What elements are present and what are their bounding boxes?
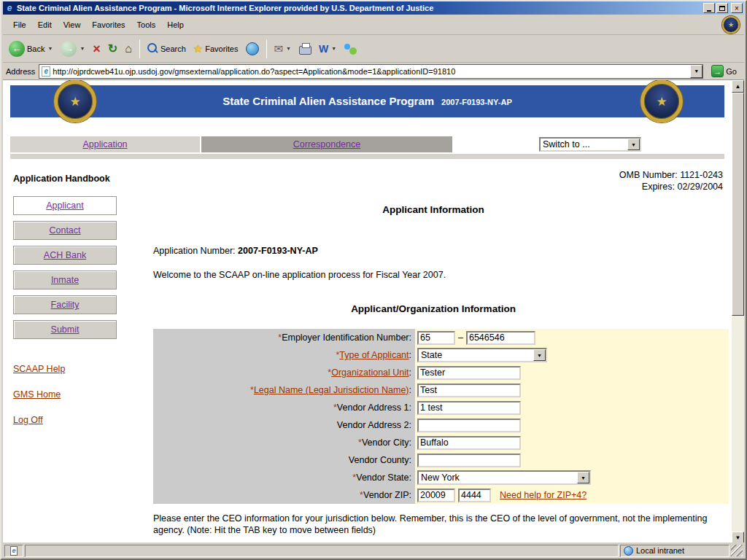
sidebar-button-facility[interactable]: Facility [13,295,117,314]
zip-help-link[interactable]: Need help for ZIP+4? [500,490,587,500]
banner-application-id: 2007-F0193-NY-AP [441,98,512,106]
menu-help[interactable]: Help [161,18,190,31]
print-button[interactable] [296,38,314,60]
maximize-button[interactable] [716,3,728,13]
menu-view[interactable]: View [58,18,87,31]
back-dropdown-chevron[interactable]: ▼ [47,46,53,51]
menu-tools[interactable]: Tools [131,18,162,31]
minimize-button[interactable] [703,3,715,13]
address-dropdown-button[interactable]: ▼ [690,65,703,78]
application-number-line: Application Number: 2007-F0193-NY-AP [153,246,318,256]
forward-dropdown-chevron[interactable]: ▼ [79,46,85,51]
organizational-unit-help-link[interactable]: Organizational Unit [331,368,409,378]
stop-button[interactable]: × [90,38,104,60]
omb-number: OMB Number: 1121-0243 [619,169,723,181]
omb-expires: Expires: 02/29/2004 [619,181,723,192]
refresh-button[interactable]: ↻ [105,38,120,60]
media-button[interactable] [243,38,262,60]
sidebar-button-contact[interactable]: Contact [13,221,117,240]
address-bar: Address e http://ojprdcweb41u.ojp.usdoj.… [3,63,744,80]
ein-prefix-input[interactable] [417,331,455,345]
browser-window: e State Criminal Alien Assistance Progra… [0,0,747,560]
vendor-address-1-label: * Vendor Address 1: [153,399,415,416]
address-input[interactable]: e http://ojprdcweb41u.ojp.usdoj.gov/gmse… [39,64,703,79]
search-button[interactable]: Search [144,38,189,60]
sidebar-button-submit[interactable]: Submit [13,320,117,339]
status-message-pane [25,545,619,557]
favorites-button[interactable]: ★ Favorites [190,38,241,60]
gms-home-link[interactable]: GMS Home [13,389,61,400]
sidebar-button-ach-bank[interactable]: ACH Bank [13,246,117,265]
legal-name-help-link[interactable]: Legal Name (Legal Jurisdiction Name) [254,385,409,395]
resize-grip[interactable] [731,545,743,556]
home-button[interactable]: ⌂ [122,38,135,60]
legal-name-input[interactable] [417,384,521,397]
edit-with-word-button[interactable]: W ▼ [316,38,340,60]
application-number-label: Application Number: [153,246,236,256]
form-row-organizational-unit: *Organizational Unit: [153,364,729,381]
vendor-zip-input[interactable] [417,489,455,502]
ie-icon: e [4,3,15,13]
form-row-vendor-city: * Vendor City: [153,434,729,451]
tab-correspondence[interactable]: Correspondence [201,136,452,152]
intranet-zone-icon [624,546,633,556]
document-icon: e [10,546,18,556]
close-button[interactable]: × [731,3,743,13]
go-button[interactable]: → Go [707,64,741,79]
ein-suffix-input[interactable] [466,331,535,345]
organizational-unit-input[interactable] [417,366,521,380]
tab-correspondence-link[interactable]: Correspondence [293,139,360,149]
tab-application-link[interactable]: Application [82,139,127,149]
vendor-county-input[interactable] [417,454,521,467]
mail-dropdown-chevron[interactable]: ▼ [285,46,292,51]
back-button[interactable]: ← Back ▼ [6,38,56,60]
form-row-vendor-address-2: Vendor Address 2: [153,416,729,434]
scroll-up-icon: ▲ [735,83,741,90]
application-number-value: 2007-F0193-NY-AP [238,246,318,256]
tab-application[interactable]: Application [10,136,200,152]
search-label: Search [160,44,186,53]
scrollbar-thumb[interactable] [732,93,744,316]
vendor-zip-label: * Vendor ZIP: [153,486,415,504]
sidebar-button-inmate[interactable]: Inmate [13,271,117,289]
refresh-icon: ↻ [108,42,117,55]
vendor-state-label: * Vendor State: [153,469,415,486]
scroll-up-button[interactable]: ▲ [732,80,744,93]
web-page: State Criminal Alien Assistance Program … [3,80,732,544]
minimize-icon [707,10,711,12]
form-row-vendor-county: Vendor County: [153,451,729,469]
edit-dropdown-chevron[interactable]: ▼ [330,46,337,51]
doj-brand-seal-icon: ★ [722,16,740,34]
back-icon: ← [9,41,25,57]
vendor-address-1-input[interactable] [417,401,521,415]
menubar: File Edit View Favorites Tools Help ★ [3,15,744,35]
vertical-scrollbar[interactable]: ▲ ▼ [732,80,744,544]
toolbar: ← Back ▼ → ▼ × ↻ ⌂ Search ★ Favorites [3,35,744,63]
scroll-down-icon: ▼ [735,534,741,541]
type-of-applicant-select[interactable]: State ▼ [417,348,547,362]
favorites-label: Favorites [205,44,238,53]
menu-file[interactable]: File [7,18,32,31]
vendor-state-select[interactable]: New York ▼ [417,470,591,485]
scaap-help-link[interactable]: SCAAP Help [13,364,65,374]
menu-edit[interactable]: Edit [32,18,58,31]
vendor-city-input[interactable] [417,436,521,450]
chevron-down-icon: ▼ [694,69,699,74]
menu-favorites[interactable]: Favorites [86,18,131,31]
vendor-zip4-input[interactable] [458,489,491,502]
chevron-down-icon: ▼ [533,349,546,361]
forward-button[interactable]: → ▼ [58,38,88,60]
type-of-applicant-label: *Type of Applicant: [153,346,415,364]
ein-separator: – [458,332,463,343]
favorites-star-icon: ★ [193,42,203,55]
mail-button[interactable]: ✉ ▼ [271,38,295,60]
type-of-applicant-help-link[interactable]: Type of Applicant [339,350,409,360]
banner-title: State Criminal Alien Assistance Program [222,95,434,107]
switch-to-select[interactable]: Switch to ... ▼ [539,137,641,152]
vendor-address-2-input[interactable] [417,419,521,432]
log-off-link[interactable]: Log Off [13,415,43,425]
messenger-button[interactable] [341,38,360,60]
sidebar-button-applicant[interactable]: Applicant [13,196,117,215]
form-row-vendor-state: * Vendor State: New York ▼ [153,469,729,486]
welcome-text: Welcome to the SCAAP on-line application… [153,270,446,280]
